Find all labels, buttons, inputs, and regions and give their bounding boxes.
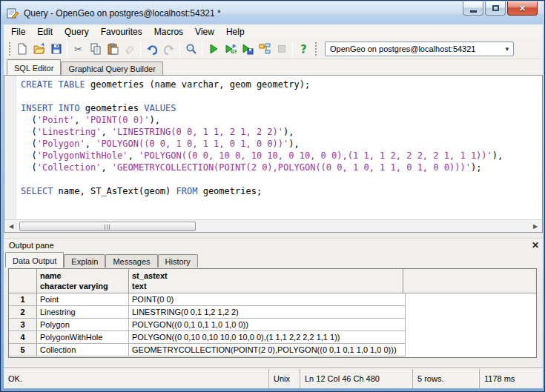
menu-item-view[interactable]: View xyxy=(189,25,220,39)
row-number: 1 xyxy=(9,293,37,305)
scroll-left-arrow-icon[interactable]: ◀ xyxy=(5,221,17,232)
new-query-button[interactable] xyxy=(13,41,30,58)
cell-name: PolygonWithHole xyxy=(37,331,129,343)
menu-item-edit[interactable]: Edit xyxy=(31,25,59,39)
explain-query-button[interactable] xyxy=(256,41,273,58)
table-row[interactable]: 4PolygonWithHolePOLYGON((0 0,10 0,10 10,… xyxy=(9,331,406,344)
scrollbar-thumb[interactable] xyxy=(19,222,196,231)
execute-query-button[interactable] xyxy=(205,41,222,58)
redo-button xyxy=(160,41,177,58)
connection-toolbar-grip[interactable] xyxy=(314,41,317,56)
table-row[interactable]: 1PointPOINT(0 0) xyxy=(9,293,406,306)
code-line: ('Point', 'POINT(0 0)'), xyxy=(21,114,541,126)
output-pane-title: Output pane xyxy=(4,241,528,250)
sql-code[interactable]: CREATE TABLE geometries (name varchar, g… xyxy=(21,79,541,219)
tab-explain[interactable]: Explain xyxy=(64,254,105,268)
toolbar-separator xyxy=(292,41,293,56)
output-tab-bar: Data OutputExplainMessagesHistory xyxy=(4,252,543,268)
code-line: SELECT name, ST_AsText(geom) FROM geomet… xyxy=(21,185,541,197)
menu-item-help[interactable]: Help xyxy=(220,25,251,39)
output-content: namecharacter varyingst_astexttext 1Poin… xyxy=(4,268,543,367)
pane-splitter[interactable] xyxy=(4,233,543,238)
column-header-st_astext[interactable]: st_astexttext xyxy=(129,269,403,293)
redo-icon xyxy=(163,43,175,55)
row-number: 2 xyxy=(9,306,37,318)
new-file-icon xyxy=(16,43,28,55)
output-pane-close-icon[interactable]: ✕ xyxy=(528,240,543,250)
title-bar[interactable]: Query - OpenGeo on postgres@localhost:54… xyxy=(1,1,544,24)
maximize-button[interactable] xyxy=(485,1,506,16)
code-line xyxy=(21,173,541,185)
table-row[interactable]: 3PolygonPOLYGON((0 0,1 0,1 1,0 1,0 0)) xyxy=(9,319,406,331)
cell-st-astext: POINT(0 0) xyxy=(129,293,403,305)
toolbar-grip[interactable] xyxy=(8,41,11,56)
execute-to-file-icon xyxy=(242,43,254,55)
copy-button[interactable] xyxy=(87,41,104,58)
sql-editor[interactable]: CREATE TABLE geometries (name varchar, g… xyxy=(4,75,543,233)
undo-icon xyxy=(146,43,158,55)
connection-value: OpenGeo on postgres@localhost:54321 xyxy=(326,44,501,53)
menu-item-macros[interactable]: Macros xyxy=(148,25,189,39)
execute-to-file-button[interactable] xyxy=(239,41,256,58)
scrollbar-grip-icon xyxy=(105,225,110,230)
cell-st-astext: LINESTRING(0 0,1 1,2 1,2 2) xyxy=(129,306,403,318)
output-pane: Output pane ✕ Data OutputExplainMessages… xyxy=(4,238,543,367)
table-row[interactable]: 5CollectionGEOMETRYCOLLECTION(POINT(2 0)… xyxy=(9,344,406,356)
toolbar-separator xyxy=(140,41,141,56)
help-button[interactable]: ? xyxy=(295,41,312,58)
tab-sql-editor[interactable]: SQL Editor xyxy=(7,59,61,75)
tab-data-output[interactable]: Data Output xyxy=(5,252,64,268)
tab-messages[interactable]: Messages xyxy=(105,254,157,268)
svg-text:GS: GS xyxy=(231,49,237,55)
chevron-down-icon: ▼ xyxy=(501,46,513,53)
app-icon xyxy=(7,7,19,19)
find-button[interactable] xyxy=(182,41,199,58)
cell-name: Linestring xyxy=(37,306,129,318)
cut-button[interactable]: ✂ xyxy=(70,41,87,58)
svg-text:?: ? xyxy=(300,43,307,55)
tab-history[interactable]: History xyxy=(158,254,198,268)
query-window: Query - OpenGeo on postgres@localhost:54… xyxy=(0,0,545,392)
status-row-count: 5 rows. xyxy=(412,369,479,388)
data-output-grid[interactable]: namecharacter varyingst_astexttext 1Poin… xyxy=(8,268,537,358)
cell-st-astext: POLYGON((0 0,1 0,1 1,0 1,0 0)) xyxy=(129,319,403,330)
grid-header: namecharacter varyingst_astexttext xyxy=(9,269,536,293)
menu-item-query[interactable]: Query xyxy=(59,25,95,39)
toolbar-separator xyxy=(179,41,180,56)
table-row[interactable]: 2LinestringLINESTRING(0 0,1 1,2 1,2 2) xyxy=(9,306,406,319)
save-button[interactable] xyxy=(47,41,65,58)
column-header-name[interactable]: namecharacter varying xyxy=(37,269,129,293)
cell-name: Polygon xyxy=(37,319,129,330)
status-query-time: 1178 ms xyxy=(479,369,543,388)
menu-item-file[interactable]: File xyxy=(5,25,31,39)
row-number: 3 xyxy=(9,319,37,330)
scroll-right-arrow-icon[interactable]: ▶ xyxy=(529,221,541,232)
minimize-icon xyxy=(470,10,477,13)
clear-window-button xyxy=(121,41,138,58)
close-icon: ✕ xyxy=(519,4,526,13)
grid-body: 1PointPOINT(0 0)2LinestringLINESTRING(0 … xyxy=(9,293,536,356)
menu-item-favourites[interactable]: Favourites xyxy=(95,25,148,39)
window-title: Query - OpenGeo on postgres@localhost:54… xyxy=(24,8,221,19)
undo-button[interactable] xyxy=(143,41,160,58)
code-line: ('PolygonWithHole', 'POLYGON((0 0, 10 0,… xyxy=(21,150,541,162)
execute-pgscript-button[interactable]: PGS xyxy=(222,41,239,58)
stop-icon xyxy=(276,43,288,55)
paste-button[interactable] xyxy=(104,41,121,58)
code-line xyxy=(21,90,541,102)
editor-hscrollbar[interactable]: ◀ ▶ xyxy=(4,219,542,232)
close-button[interactable]: ✕ xyxy=(507,1,538,16)
cut-icon: ✂ xyxy=(73,43,85,55)
execute-pgscript-icon: PGS xyxy=(225,43,237,55)
cell-st-astext: GEOMETRYCOLLECTION(POINT(2 0),POLYGON((0… xyxy=(129,344,403,356)
svg-text:✂: ✂ xyxy=(74,44,82,55)
help-icon: ? xyxy=(298,43,310,55)
code-line: INSERT INTO geometries VALUES xyxy=(21,102,541,114)
minimize-button[interactable] xyxy=(463,1,483,16)
cell-name: Point xyxy=(37,293,129,305)
connection-dropdown[interactable]: OpenGeo on postgres@localhost:54321 ▼ xyxy=(325,41,514,56)
open-file-button[interactable] xyxy=(30,41,47,58)
row-number: 5 xyxy=(9,344,37,356)
output-pane-header: Output pane ✕ xyxy=(4,239,543,252)
tab-graphical-query-builder[interactable]: Graphical Query Builder xyxy=(61,62,162,75)
